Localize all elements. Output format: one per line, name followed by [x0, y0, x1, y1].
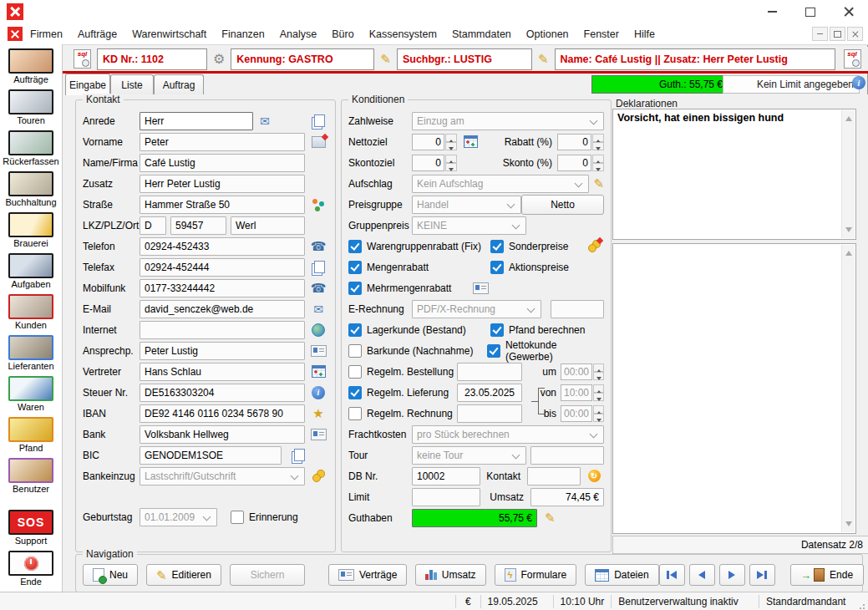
minimize-button[interactable]	[753, 0, 791, 23]
mdi-close-button[interactable]	[847, 27, 863, 41]
menu-kassensystem[interactable]: Kassensystem	[362, 26, 444, 43]
zahlweise-dropdown[interactable]: Einzug am	[412, 112, 604, 130]
tour-dropdown[interactable]: keine Tour	[412, 446, 526, 465]
regelm-lieferung-date[interactable]: 23.05.2025	[457, 384, 522, 402]
bic-input[interactable]: GENODEM1SOE	[140, 446, 282, 465]
suchbegriff-field[interactable]: Suchbgr.: LUSTIG	[397, 48, 532, 70]
copy-icon[interactable]	[308, 114, 328, 127]
phone-icon[interactable]: ☎	[308, 282, 328, 294]
gear-icon[interactable]: ⚙	[213, 53, 225, 66]
frachtkosten-dropdown[interactable]: pro Stück berechnen	[412, 425, 604, 444]
scroll-down-icon[interactable]	[845, 227, 852, 236]
dbnr-input[interactable]: 10002	[412, 467, 480, 485]
dateien-button[interactable]: Dateien	[585, 564, 658, 586]
zusatz-input[interactable]: Herr Peter Lustig	[140, 175, 305, 193]
von-time-stepper[interactable]: 10:00	[561, 384, 604, 401]
close-button[interactable]	[830, 0, 868, 23]
coins-icon[interactable]	[308, 470, 328, 482]
coins-new-icon[interactable]	[584, 240, 604, 252]
um-time-stepper[interactable]: 00:00	[561, 363, 604, 380]
scroll-down-icon[interactable]	[845, 521, 852, 530]
sidebar-item-kunden[interactable]: Kunden	[8, 294, 53, 330]
editieren-button[interactable]: ✎Editieren	[146, 564, 221, 586]
tab-liste[interactable]: Liste	[110, 74, 154, 94]
mehrmengenrabatt-checkbox[interactable]	[348, 282, 362, 295]
bis-time-stepper[interactable]: 00:00	[561, 405, 604, 422]
mengenrabatt-checkbox[interactable]	[348, 261, 362, 274]
ort-input[interactable]: Werl	[231, 216, 305, 235]
kennung-field[interactable]: Kennung: GASTRO	[231, 48, 374, 70]
telefax-input[interactable]: 02924-452444	[140, 258, 305, 277]
customer-number-field[interactable]: KD Nr.: 1102	[97, 48, 207, 70]
erinnerung-checkbox[interactable]	[231, 511, 244, 524]
sidebar-item-buchhaltung[interactable]: Buchhaltung	[5, 171, 56, 207]
edit-pencil-icon[interactable]: ✎	[545, 511, 556, 524]
sidebar-item-pfand[interactable]: Pfand	[8, 417, 53, 453]
gruppenpreis-dropdown[interactable]: KEINE	[412, 216, 526, 235]
contact-card-icon[interactable]	[470, 282, 490, 294]
sidebar-item-ende[interactable]: Ende	[8, 551, 53, 587]
next-record-button[interactable]	[719, 564, 745, 586]
sidebar-item-lieferanten[interactable]: Lieferanten	[8, 335, 53, 371]
menu-warenwirtschaft[interactable]: Warenwirtschaft	[124, 26, 214, 43]
mobilfunk-input[interactable]: 0177-33244442	[140, 279, 305, 297]
info-icon[interactable]: i	[308, 386, 328, 399]
warengruppenrabatt-checkbox[interactable]	[348, 240, 362, 253]
preisgruppe-dropdown[interactable]: Handel	[412, 196, 521, 214]
nettokunde-checkbox[interactable]	[487, 344, 500, 358]
erechnung-dropdown[interactable]: PDF/X-Rechnung	[412, 300, 541, 318]
ende-button[interactable]: →Ende	[790, 564, 864, 586]
tab-eingabe[interactable]: Eingabe	[65, 74, 110, 95]
geburtstag-dropdown[interactable]: 01.01.2009	[140, 508, 217, 526]
bank-input[interactable]: Volksbank Hellweg	[140, 425, 305, 444]
skontoziel-stepper[interactable]: 0	[412, 155, 457, 171]
scrollbar[interactable]	[841, 110, 855, 238]
vertreter-input[interactable]: Hans Schlau	[140, 363, 305, 381]
internet-input[interactable]	[140, 321, 305, 339]
tab-auftrag[interactable]: Auftrag	[154, 74, 204, 94]
formulare-button[interactable]: ϟFormulare	[495, 564, 577, 586]
previous-record-button[interactable]	[689, 564, 715, 586]
first-record-button[interactable]	[659, 564, 685, 586]
scrollbar[interactable]	[841, 245, 855, 532]
telefon-input[interactable]: 02924-452433	[140, 237, 305, 256]
bankeinzug-dropdown[interactable]: Lastschrift/Gutschrift	[140, 467, 305, 485]
calendar-grid-icon[interactable]	[308, 365, 328, 378]
sidebar-item-auftraege[interactable]: Aufträge	[8, 48, 53, 84]
sidebar-item-support[interactable]: SOS Support	[8, 510, 53, 546]
sql-query-icon[interactable]: sql	[74, 49, 91, 69]
name-zusatz-field[interactable]: Name: Café Lustig || Zusatz: Herr Peter …	[555, 48, 835, 70]
maximize-button[interactable]	[791, 0, 830, 23]
envelope-icon[interactable]: ✉	[260, 115, 270, 127]
regelm-lieferung-checkbox[interactable]	[348, 386, 362, 399]
anrede-input[interactable]: Herr	[140, 112, 253, 130]
mdi-restore-button[interactable]	[830, 27, 845, 41]
sidebar-item-brauerei[interactable]: Brauerei	[8, 212, 53, 248]
name-firma-input[interactable]: Café Lustig	[140, 154, 305, 172]
sidebar-item-aufgaben[interactable]: Aufgaben	[8, 253, 53, 289]
phone-icon[interactable]: ☎	[308, 240, 328, 252]
sichern-button[interactable]: Sichern	[230, 564, 305, 586]
skonto-stepper[interactable]: 0	[557, 155, 604, 171]
menu-stammdaten[interactable]: Stammdaten	[444, 26, 519, 43]
copy-icon[interactable]	[288, 449, 308, 461]
barkunde-checkbox[interactable]	[348, 344, 362, 358]
edit-pencil-icon[interactable]: ✎	[593, 177, 604, 190]
menu-fenster[interactable]: Fenster	[576, 26, 627, 43]
edit-pencil-icon[interactable]: ✎	[380, 53, 391, 65]
mdi-minimize-button[interactable]	[812, 27, 828, 41]
sql-query-icon[interactable]: sql	[844, 49, 861, 69]
umsatz-button[interactable]: Umsatz	[415, 564, 485, 586]
menu-finanzen[interactable]: Finanzen	[214, 26, 272, 43]
rabatt-stepper[interactable]: 0	[557, 134, 604, 150]
sidebar-item-rueckerfassen[interactable]: Rückerfassen	[3, 130, 58, 166]
scroll-up-icon[interactable]	[845, 113, 852, 121]
iban-wizard-icon[interactable]: ★	[308, 407, 328, 419]
iban-input[interactable]: DE92 4146 0116 0234 5678 90	[140, 404, 305, 423]
aufschlag-dropdown[interactable]: Kein Aufschlag	[412, 175, 589, 193]
sidebar-item-benutzer[interactable]: Benutzer	[8, 458, 53, 494]
edit-pencil-icon[interactable]: ✎	[538, 53, 549, 65]
sidebar-item-waren[interactable]: Waren	[8, 376, 53, 412]
strasse-input[interactable]: Hammer Straße 50	[140, 196, 305, 214]
menu-optionen[interactable]: Optionen	[519, 26, 576, 43]
